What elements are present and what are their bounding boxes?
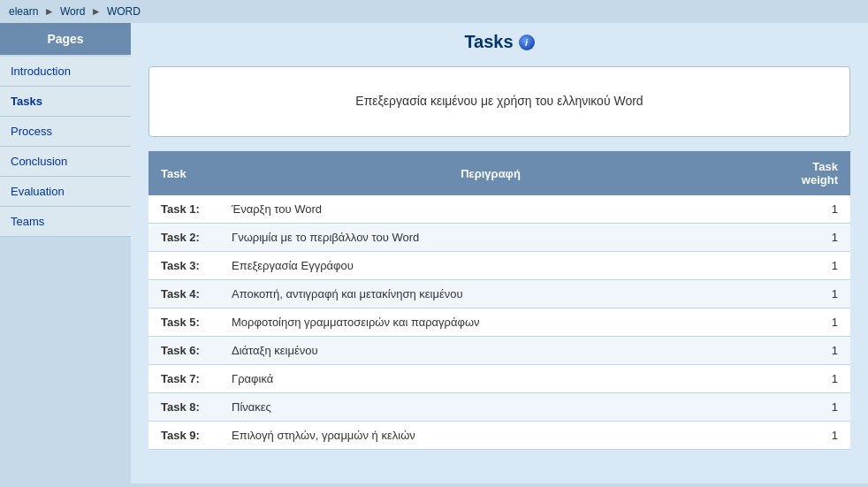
- task-description-cell: Επεξεργασία Εγγράφου: [219, 252, 762, 280]
- page-title-text: Tasks: [464, 32, 513, 52]
- sidebar-item-introduction[interactable]: Introduction: [0, 57, 131, 87]
- task-name-cell: Task 4:: [148, 280, 219, 308]
- table-header-row: Task Περιγραφή Task weight: [148, 151, 850, 195]
- table-row: Task 2:Γνωριμία με το περιβάλλον του Wor…: [148, 224, 850, 252]
- task-weight-cell: 1: [762, 224, 850, 252]
- table-row: Task 5:Μορφοτοίηση γραμματοσειρών και πα…: [148, 308, 850, 337]
- breadcrumb-current: WORD: [107, 5, 141, 18]
- task-name-cell: Task 9:: [148, 422, 219, 450]
- task-name-cell: Task 1:: [148, 195, 219, 224]
- task-description-cell: Αποκοπή, αντιγραφή και μετακίνηση κειμέν…: [219, 280, 762, 308]
- content-area: Tasks i Επεξεργασία κειμένου με χρήση το…: [131, 23, 868, 483]
- task-name-cell: Task 7:: [148, 365, 219, 393]
- task-description-cell: Γραφικά: [219, 365, 762, 393]
- task-weight-cell: 1: [762, 252, 850, 280]
- task-weight-cell: 1: [762, 365, 850, 393]
- task-description-cell: Διάταξη κειμένου: [219, 337, 762, 365]
- col-header-weight: Task weight: [762, 151, 850, 195]
- sidebar-item-evaluation[interactable]: Evaluation: [0, 177, 131, 207]
- sidebar-item-teams[interactable]: Teams: [0, 207, 131, 237]
- sidebar-title: Pages: [0, 23, 131, 55]
- task-name-cell: Task 5:: [148, 308, 219, 337]
- table-row: Task 9:Επιλογή στηλών, γραμμών ή κελιών1: [148, 422, 850, 450]
- sidebar: Pages Introduction Tasks Process Conclus…: [0, 23, 131, 483]
- task-description-cell: Πίνακες: [219, 393, 762, 422]
- breadcrumb-separator-1: ►: [44, 5, 57, 18]
- sidebar-item-process[interactable]: Process: [0, 117, 131, 147]
- task-description-cell: Γνωριμία με το περιβάλλον του Word: [219, 224, 762, 252]
- sidebar-item-tasks[interactable]: Tasks: [0, 87, 131, 117]
- task-weight-cell: 1: [762, 195, 850, 224]
- info-icon[interactable]: i: [519, 34, 535, 50]
- task-name-cell: Task 2:: [148, 224, 219, 252]
- breadcrumb-separator-2: ►: [91, 5, 104, 18]
- table-row: Task 6:Διάταξη κειμένου1: [148, 337, 850, 365]
- task-name-cell: Task 6:: [148, 337, 219, 365]
- task-name-cell: Task 3:: [148, 252, 219, 280]
- task-description-cell: Επιλογή στηλών, γραμμών ή κελιών: [219, 422, 762, 450]
- description-text: Επεξεργασία κειμένου με χρήση του ελληνι…: [355, 94, 643, 108]
- task-description-cell: Μορφοτοίηση γραμματοσειρών και παραγράφω…: [219, 308, 762, 337]
- col-header-description: Περιγραφή: [219, 151, 762, 195]
- task-weight-cell: 1: [762, 280, 850, 308]
- page-title: Tasks i: [148, 32, 850, 52]
- task-weight-cell: 1: [762, 337, 850, 365]
- col-header-task: Task: [148, 151, 219, 195]
- breadcrumb: elearn ► Word ► WORD: [0, 0, 868, 23]
- task-weight-cell: 1: [762, 308, 850, 337]
- tasks-table: Task Περιγραφή Task weight Task 1:Έναρξη…: [148, 151, 850, 450]
- task-weight-cell: 1: [762, 393, 850, 422]
- breadcrumb-word[interactable]: Word: [60, 5, 85, 18]
- description-box: Επεξεργασία κειμένου με χρήση του ελληνι…: [148, 66, 850, 137]
- table-row: Task 4:Αποκοπή, αντιγραφή και μετακίνηση…: [148, 280, 850, 308]
- table-row: Task 3:Επεξεργασία Εγγράφου1: [148, 252, 850, 280]
- breadcrumb-elearn[interactable]: elearn: [9, 5, 38, 18]
- task-description-cell: Έναρξη του Word: [219, 195, 762, 224]
- table-row: Task 1:Έναρξη του Word1: [148, 195, 850, 224]
- task-name-cell: Task 8:: [148, 393, 219, 422]
- table-row: Task 7:Γραφικά1: [148, 365, 850, 393]
- table-row: Task 8:Πίνακες1: [148, 393, 850, 422]
- task-weight-cell: 1: [762, 422, 850, 450]
- sidebar-item-conclusion[interactable]: Conclusion: [0, 147, 131, 177]
